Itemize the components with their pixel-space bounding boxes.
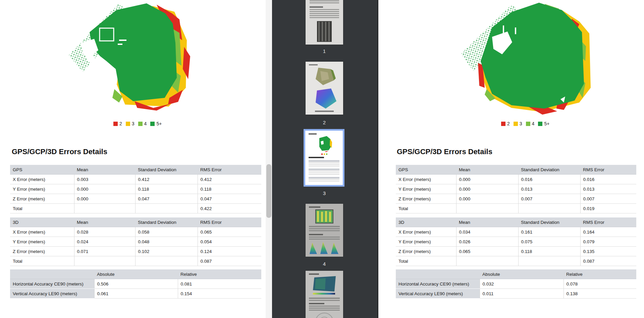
value-cell: 0.048 (135, 237, 198, 247)
table-row: Vertical Accuracy LE90 (meters)0.0110.13… (396, 289, 636, 299)
table-row: Y Error (meters)0.0000.0130.013 (396, 184, 636, 194)
row-label-cell: Horizontal Accuracy CE90 (meters) (396, 279, 480, 289)
value-cell: 0.078 (564, 279, 636, 289)
value-cell: 0.024 (74, 237, 135, 247)
table-header-cell: GPS (396, 165, 456, 175)
row-label-cell: Horizontal Accuracy CE90 (meters) (10, 279, 94, 289)
page-thumbnail-4[interactable] (306, 204, 343, 257)
table-row: Horizontal Accuracy CE90 (meters)0.5060.… (10, 279, 261, 289)
value-cell: 0.102 (135, 247, 198, 256)
table-row: Z Error (meters)0.0650.1180.135 (396, 247, 636, 256)
accuracy-table: AbsoluteRelativeHorizontal Accuracy CE90… (396, 269, 636, 299)
value-cell: 0.161 (518, 227, 580, 237)
left-pane-scrollbar-track[interactable] (266, 0, 272, 318)
value-cell: 0.019 (580, 204, 636, 213)
value-cell: 0.003 (74, 175, 135, 184)
legend-label: 3 (520, 121, 522, 126)
legend-item: 3 (514, 121, 522, 126)
overlap-legend: 2345+ (501, 121, 549, 126)
value-cell: 0.118 (135, 184, 198, 194)
legend-label: 4 (532, 121, 535, 126)
row-label-cell: X Error (meters) (396, 227, 456, 237)
value-cell (518, 256, 580, 266)
page-thumbnail-2[interactable] (306, 62, 343, 115)
row-label-cell: X Error (meters) (396, 175, 456, 184)
gps-error-table: GPSMeanStandard DeviationRMS ErrorX Erro… (396, 165, 636, 213)
value-cell (135, 204, 198, 213)
value-cell: 0.054 (198, 237, 261, 247)
value-cell: 0.034 (456, 227, 518, 237)
value-cell: 0.016 (580, 175, 636, 184)
legend-label: 2 (119, 121, 122, 126)
threed-error-table: 3DMeanStandard DeviationRMS ErrorX Error… (396, 217, 636, 266)
value-cell: 0.000 (456, 194, 518, 204)
value-cell: 0.047 (135, 194, 198, 204)
report-table: 3DMeanStandard DeviationRMS ErrorX Error… (396, 217, 636, 266)
table-header-cell: Standard Deviation (518, 165, 580, 175)
value-cell: 0.081 (178, 279, 261, 289)
page-number-2: 2 (306, 119, 343, 126)
overlap-legend: 2345+ (113, 121, 162, 126)
legend-color-swatch (501, 122, 505, 126)
table-row: Total0.087 (10, 256, 261, 266)
table-header-cell: RMS Error (198, 165, 261, 175)
table-row: X Error (meters)0.0280.0580.065 (10, 227, 261, 237)
report-compare-window: 2345+ GPS/GCP/3D Errors Details GPSMeanS… (0, 0, 644, 318)
left-pane-scrollbar-thumb[interactable] (266, 164, 271, 218)
value-cell: 0.154 (178, 289, 261, 299)
table-header-cell: Standard Deviation (518, 217, 580, 227)
value-cell: 0.164 (580, 227, 636, 237)
value-cell: 0.506 (94, 279, 178, 289)
legend-item: 4 (138, 121, 147, 126)
page-thumbnail-5[interactable] (306, 271, 343, 318)
table-row: Z Error (meters)0.0000.0070.007 (396, 194, 636, 204)
value-cell: 0.065 (198, 227, 261, 237)
row-label-cell: Z Error (meters) (10, 194, 74, 204)
overlap-map-left (69, 0, 193, 111)
value-cell: 0.047 (198, 194, 261, 204)
table-header-cell: Absolute (94, 269, 178, 279)
table-row: Z Error (meters)0.0000.0470.047 (10, 194, 261, 204)
legend-color-swatch (526, 122, 530, 126)
table-row: Total0.087 (396, 256, 636, 266)
table-header-cell (10, 269, 94, 279)
value-cell: 0.061 (94, 289, 178, 299)
value-cell (74, 204, 135, 213)
value-cell (518, 204, 580, 213)
value-cell: 0.138 (564, 289, 636, 299)
value-cell: 0.075 (518, 237, 580, 247)
value-cell (135, 256, 198, 266)
table-header-cell: Absolute (480, 269, 564, 279)
page-thumbnail-1[interactable] (306, 0, 343, 45)
value-cell: 0.016 (518, 175, 580, 184)
table-row: Z Error (meters)0.0710.1020.124 (10, 247, 261, 256)
value-cell: 0.007 (580, 194, 636, 204)
table-header-cell: Relative (564, 269, 636, 279)
report-table: AbsoluteRelativeHorizontal Accuracy CE90… (396, 269, 636, 299)
legend-color-swatch (514, 122, 518, 126)
value-cell: 0.028 (74, 227, 135, 237)
legend-color-swatch (138, 122, 143, 126)
left-document-pane: 2345+ GPS/GCP/3D Errors Details GPSMeanS… (0, 0, 272, 318)
value-cell: 0.000 (456, 184, 518, 194)
table-header-cell (396, 269, 480, 279)
report-table: GPSMeanStandard DeviationRMS ErrorX Erro… (10, 165, 261, 213)
row-label-cell: Y Error (meters) (396, 237, 456, 247)
report-table: AbsoluteRelativeHorizontal Accuracy CE90… (10, 269, 261, 299)
legend-color-swatch (150, 122, 155, 126)
table-row: X Error (meters)0.0030.4120.412 (10, 175, 261, 184)
value-cell: 0.000 (74, 184, 135, 194)
table-header-cell: Mean (74, 217, 135, 227)
page-thumbnail-3-selected[interactable] (304, 129, 344, 187)
page-title: GPS/GCP/3D Errors Details (397, 147, 492, 156)
table-header-cell: Mean (456, 165, 518, 175)
table-row: X Error (meters)0.0000.0160.016 (396, 175, 636, 184)
legend-item: 2 (501, 121, 510, 126)
legend-label: 3 (132, 121, 135, 126)
legend-color-swatch (538, 122, 542, 126)
table-row: Y Error (meters)0.0000.1180.118 (10, 184, 261, 194)
row-label-cell: Y Error (meters) (396, 184, 456, 194)
row-label-cell: Total (10, 256, 74, 266)
legend-item: 3 (126, 121, 135, 126)
row-label-cell: Vertical Accuracy LE90 (meters) (396, 289, 480, 299)
